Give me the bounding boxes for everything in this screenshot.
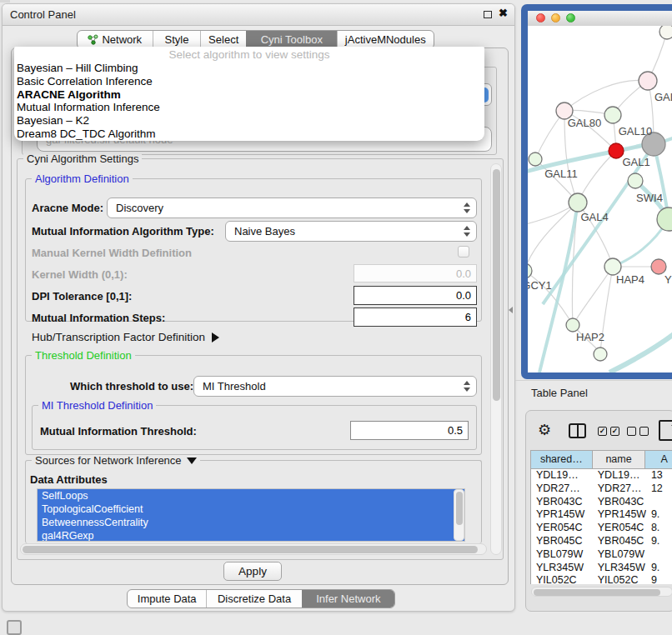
select-all-icon[interactable]: ✓✓ xyxy=(598,427,619,436)
label-gal4: GAL4 xyxy=(580,211,608,223)
table-row[interactable]: YBR043C YBR043C xyxy=(531,496,672,509)
table-row[interactable]: YPR145W YPR145W 9. xyxy=(531,508,672,522)
table-horizontal-scrollbar[interactable] xyxy=(531,587,672,597)
settings-horizontal-scrollbar[interactable] xyxy=(20,543,487,555)
float-window-icon[interactable] xyxy=(484,11,492,18)
data-attributes-list[interactable]: SelfLoops TopologicalCoefficient Between… xyxy=(37,488,465,542)
splitter-collapse-icon[interactable] xyxy=(509,307,513,313)
column-header-shared-name[interactable]: shared… xyxy=(531,451,593,469)
dropdown-item-bayesian-hill-climbing[interactable]: Bayesian – Hill Climbing xyxy=(14,62,484,75)
dropdown-item-dream8[interactable]: Dream8 DC_TDC Algorithm xyxy=(14,128,484,141)
attribute-betweennesscentrality[interactable]: BetweennessCentrality xyxy=(38,516,464,529)
table-settings-gear-icon[interactable]: ⚙ xyxy=(538,421,551,439)
column-header-name[interactable]: name xyxy=(593,451,646,469)
node-hap4[interactable] xyxy=(604,258,621,275)
network-window-titlebar[interactable] xyxy=(528,11,672,26)
label-gal80: GAL80 xyxy=(568,117,601,129)
apply-button[interactable]: Apply xyxy=(223,562,282,581)
cell-shared: YIL052C xyxy=(531,574,593,584)
kernel-width-field[interactable]: 0.0 xyxy=(354,264,477,282)
node-bottom-partial[interactable] xyxy=(594,348,607,361)
mi-steps-field[interactable]: 6 xyxy=(354,308,477,327)
column-header-partial[interactable]: A xyxy=(645,451,672,469)
attribute-gal4rgexp[interactable]: gal4RGexp xyxy=(38,529,464,542)
table-row[interactable]: YLR345W YLR345W 9. xyxy=(531,562,672,575)
close-traffic-light[interactable] xyxy=(536,13,545,22)
expanded-arrow-icon[interactable] xyxy=(187,458,197,464)
tab-infer-network[interactable]: Infer Network xyxy=(302,590,394,608)
mi-steps-value: 6 xyxy=(465,311,471,323)
cell-name: YPR145W xyxy=(593,508,646,522)
tab-discretize-data-label: Discretize Data xyxy=(218,592,291,605)
mi-steps-label: Mutual Information Steps: xyxy=(32,312,165,324)
cell-name: YBR043C xyxy=(593,496,646,509)
deselect-all-icon[interactable] xyxy=(627,427,649,436)
algorithm-dropdown-popup: Select algorithm to view settings Bayesi… xyxy=(14,47,484,141)
node-gal4[interactable] xyxy=(569,193,587,212)
tab-style[interactable]: Style xyxy=(153,31,201,48)
table-row[interactable]: YDR27… YDR27… 12 xyxy=(531,482,672,496)
attribute-topologicalcoefficient[interactable]: TopologicalCoefficient xyxy=(38,502,464,516)
settings-vertical-scrollbar[interactable] xyxy=(490,163,502,555)
node-gal10[interactable] xyxy=(604,107,621,123)
manual-kernel-width-checkbox[interactable] xyxy=(458,246,469,258)
export-table-icon[interactable] xyxy=(659,420,672,441)
aracne-mode-stepper-icon xyxy=(464,202,470,213)
cell-shared: YBL079W xyxy=(531,548,593,562)
node-right-green[interactable] xyxy=(657,208,672,231)
tab-cyni-toolbox[interactable]: Cyni Toolbox xyxy=(246,31,336,48)
mi-threshold-field[interactable]: 0.5 xyxy=(350,421,469,440)
collapsed-arrow-icon[interactable] xyxy=(212,332,219,342)
minimize-traffic-light[interactable] xyxy=(551,13,560,22)
tab-discretize-data[interactable]: Discretize Data xyxy=(206,590,301,608)
cell-value xyxy=(646,548,672,562)
tab-jactivemnodules[interactable]: jActiveMNodules xyxy=(337,31,434,48)
node-table[interactable]: shared… name A YDL19… YDL19… 13 YDR27… Y… xyxy=(530,450,672,584)
cell-shared: YBR043C xyxy=(531,496,593,509)
node-swi4[interactable] xyxy=(628,173,643,188)
dpi-tolerance-label: DPI Tolerance [0,1]: xyxy=(32,290,132,302)
columns-icon[interactable] xyxy=(569,423,586,438)
table-row[interactable]: YBR045C YBR045C 9. xyxy=(531,535,672,548)
label-swi4: SWI4 xyxy=(636,192,663,204)
mi-threshold-definition-title: MI Threshold Definition xyxy=(38,400,156,411)
close-icon[interactable]: ✖ xyxy=(499,7,508,19)
tab-select[interactable]: Select xyxy=(200,31,246,48)
network-canvas[interactable]: GAL GAL80 GAL10 GAL1 GAL11 SWI4 GAL4 GCY… xyxy=(528,26,672,372)
attribute-selfloops[interactable]: SelfLoops xyxy=(38,489,464,502)
dropdown-item-bayesian-k2[interactable]: Bayesian – K2 xyxy=(14,114,484,128)
dropdown-item-mutual-information[interactable]: Mutual Information Inference xyxy=(14,101,484,114)
node-gal11[interactable] xyxy=(529,152,542,166)
tab-impute-data-label: Impute Data xyxy=(138,592,197,605)
table-row[interactable]: YER054C YER054C 8. xyxy=(531,522,672,535)
sources-title[interactable]: Sources for Network Inference xyxy=(32,455,200,466)
label-gal: GAL xyxy=(654,91,672,103)
panel-grip-icon[interactable] xyxy=(7,620,22,635)
control-panel-titlebar[interactable] xyxy=(3,4,514,26)
table-panel-title: Table Panel xyxy=(531,387,588,399)
which-threshold-combobox[interactable]: MI Threshold xyxy=(193,376,477,397)
node-hap2[interactable] xyxy=(566,318,579,332)
dropdown-item-basic-correlation[interactable]: Basic Correlation Inference xyxy=(14,75,484,88)
table-row[interactable]: YBL079W YBL079W xyxy=(531,548,672,562)
node-gal1-red[interactable] xyxy=(609,143,624,158)
cell-name: YBR045C xyxy=(593,535,646,548)
aracne-mode-combobox[interactable]: Discovery xyxy=(107,198,477,218)
node-gal-pink[interactable] xyxy=(639,72,657,90)
table-row[interactable]: YDL19… YDL19… 13 xyxy=(531,469,672,482)
tab-network[interactable]: Network xyxy=(78,31,153,48)
network-icon xyxy=(88,34,98,45)
hub-transcription-section[interactable]: Hub/Transcription Factor Definition xyxy=(32,331,219,343)
attributes-list-scrollbar[interactable] xyxy=(454,489,464,541)
table-row[interactable]: YIL052C YIL052C 9 xyxy=(531,574,672,584)
dropdown-item-aracne[interactable]: ARACNE Algorithm xyxy=(14,88,484,102)
mi-algorithm-type-combobox[interactable]: Naive Bayes xyxy=(225,221,477,242)
node-salmon[interactable] xyxy=(651,259,666,274)
tab-cyni-toolbox-label: Cyni Toolbox xyxy=(261,33,323,46)
zoom-traffic-light[interactable] xyxy=(566,13,575,22)
cell-shared: YBR045C xyxy=(531,535,593,548)
dpi-tolerance-field[interactable]: 0.0 xyxy=(354,286,477,305)
cell-value: 12 xyxy=(646,482,672,496)
node-top-partial[interactable] xyxy=(659,26,672,39)
tab-impute-data[interactable]: Impute Data xyxy=(128,590,206,608)
